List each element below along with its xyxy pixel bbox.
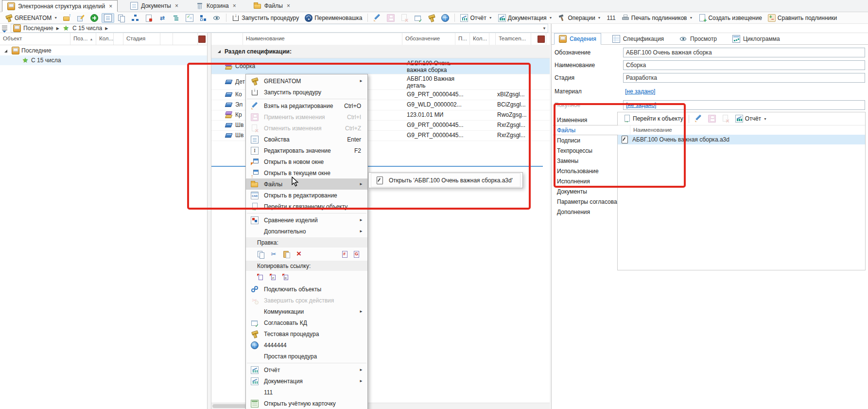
goto-object-button[interactable]: Перейти к объекту bbox=[621, 114, 686, 124]
export-document-button[interactable] bbox=[142, 13, 155, 23]
section-tab-7[interactable]: Документы bbox=[553, 186, 617, 196]
menu-item-greenatom[interactable]: GREENATOM► bbox=[246, 75, 367, 87]
menu-item-goto-linked-object[interactable]: Перейти к связанному объекту bbox=[246, 201, 367, 212]
view-button[interactable] bbox=[210, 13, 223, 23]
section-tab-9[interactable]: Дополнения bbox=[553, 207, 617, 217]
column-settings-button[interactable] bbox=[198, 36, 206, 43]
breadcrumb-dropdown-icon[interactable]: ▼ bbox=[542, 26, 546, 31]
layout-button[interactable] bbox=[197, 13, 209, 23]
add-button[interactable] bbox=[88, 13, 101, 23]
column-header[interactable] bbox=[114, 33, 123, 45]
menu-item-test-procedure[interactable]: Тестовая процедура bbox=[246, 328, 367, 339]
section-tab-1[interactable]: Файлы bbox=[553, 125, 618, 135]
spec-section-group-row[interactable]: Раздел спецификации: bbox=[211, 45, 550, 58]
report-button[interactable]: Отчёт▼ bbox=[458, 13, 494, 23]
section-tab-0[interactable]: Изменения bbox=[553, 115, 617, 125]
copy-link-r-icon[interactable] bbox=[282, 274, 290, 282]
menu-item-simple-procedure[interactable]: Простая процедура bbox=[246, 351, 367, 362]
crumb-arrow-icon[interactable]: ▶ bbox=[56, 26, 59, 31]
hamburger-icon[interactable] bbox=[1, 25, 9, 33]
tree-item[interactable]: Последние bbox=[0, 46, 207, 55]
section-tab-2[interactable]: Подписи bbox=[553, 135, 617, 145]
crumb-recent[interactable]: Последние bbox=[13, 24, 53, 32]
field-input[interactable]: АБВГ.100 Очень важная сборка bbox=[623, 48, 865, 57]
section-tab-4[interactable]: Замены bbox=[553, 156, 617, 166]
column-header[interactable] bbox=[489, 33, 496, 45]
menu-item-take-for-edit[interactable]: Взять на редактированиеCtrl+O bbox=[246, 100, 367, 111]
documentation-button[interactable]: Документация▼ bbox=[496, 13, 555, 23]
tree-list-button[interactable] bbox=[170, 13, 182, 23]
run-procedure-button[interactable]: Запустить процедуру bbox=[229, 13, 301, 23]
column-header[interactable]: Кол... bbox=[470, 33, 489, 45]
copy-icon[interactable] bbox=[257, 250, 265, 258]
cut-icon[interactable] bbox=[270, 250, 278, 258]
tab-recycle-bin[interactable]: Корзина× bbox=[191, 0, 241, 12]
checklist-button[interactable] bbox=[183, 13, 196, 23]
field-input[interactable]: [не задано] bbox=[623, 100, 865, 110]
close-icon[interactable]: × bbox=[233, 3, 236, 9]
menu-item-compare-products[interactable]: Сравнение изделий► bbox=[246, 214, 367, 226]
delete-icon[interactable] bbox=[295, 250, 303, 258]
wizard-button[interactable] bbox=[74, 13, 87, 23]
section-tab-5[interactable]: Использование bbox=[553, 166, 617, 176]
web-button[interactable] bbox=[439, 13, 451, 23]
menu-item-files[interactable]: Файлы► bbox=[246, 178, 367, 190]
menu-item-open-new-window[interactable]: Открыть в новом окне bbox=[246, 156, 367, 167]
close-icon[interactable]: × bbox=[175, 3, 178, 9]
compare-originals-button[interactable]: Сравнить подлинники bbox=[765, 13, 839, 23]
menu-item-procedure-4444444[interactable]: 4444444 bbox=[246, 339, 367, 351]
file-report-button[interactable]: Отчёт▼ bbox=[733, 114, 769, 124]
column-header[interactable] bbox=[160, 33, 173, 45]
close-icon[interactable]: × bbox=[287, 3, 290, 9]
column-settings-button[interactable] bbox=[538, 36, 545, 43]
menu-item-properties[interactable]: СвойстваEnter bbox=[246, 134, 367, 145]
hierarchy-button[interactable] bbox=[129, 13, 141, 23]
crumb-arrow-icon[interactable]: ▶ bbox=[105, 26, 108, 31]
column-header[interactable]: Teamcen... bbox=[496, 33, 531, 45]
column-header[interactable]: Стадия bbox=[123, 33, 160, 45]
test-tool-button[interactable] bbox=[425, 13, 438, 23]
breadcrumb[interactable]: Последние▶С 15 числа▶ ▼ bbox=[11, 24, 548, 33]
new-folder-button[interactable] bbox=[61, 13, 73, 23]
tab-product-structure[interactable]: Электронная структура изделий× bbox=[2, 0, 118, 12]
tab-documents[interactable]: Документы× bbox=[125, 0, 183, 12]
copy-link-p-icon[interactable] bbox=[270, 274, 278, 282]
file-row[interactable]: АБВГ.100 Очень важная сборка.a3d bbox=[618, 135, 865, 144]
expander-icon[interactable] bbox=[4, 50, 7, 53]
column-header[interactable]: Объект bbox=[0, 33, 70, 45]
menu-item-connect-objects[interactable]: Подключить объекты bbox=[246, 284, 367, 295]
create-notice-button[interactable]: Создать извещение bbox=[696, 13, 764, 23]
tab-files[interactable]: Файлы× bbox=[249, 0, 295, 12]
column-header[interactable] bbox=[173, 33, 198, 45]
menu-item-open-current-window[interactable]: Открыть в текущем окне bbox=[246, 167, 367, 178]
close-icon[interactable]: × bbox=[109, 3, 112, 9]
submenu-item-open-a3d-file[interactable]: Открыть 'АБВГ.100 Очень важная сборка.a3… bbox=[371, 173, 521, 187]
copy-g-icon[interactable] bbox=[353, 250, 361, 258]
menu-item-report[interactable]: Отчёт► bbox=[246, 364, 367, 375]
menu-item-documentation[interactable]: Документация► bbox=[246, 375, 367, 387]
collapse-triangle-icon[interactable] bbox=[218, 50, 221, 53]
menu-item-item-111[interactable]: 111 bbox=[246, 387, 367, 398]
column-header[interactable]: П... bbox=[455, 33, 470, 45]
field-input[interactable]: Сборка bbox=[623, 60, 865, 70]
operations-button[interactable]: Операции▼ bbox=[556, 13, 603, 23]
copy-link-icon[interactable] bbox=[257, 274, 265, 282]
section-tab-3[interactable]: Техпроцессы bbox=[553, 145, 617, 156]
menu-item-open-in-editor[interactable]: Открыть в редактирование bbox=[246, 190, 367, 201]
menu-item-open-account-card[interactable]: Открыть учётную карточку bbox=[246, 398, 367, 409]
table-row[interactable]: СборкаАБВГ.100 Очень важная сборка bbox=[211, 58, 550, 74]
column-header[interactable]: Обозначение bbox=[402, 33, 455, 45]
properties-button[interactable] bbox=[102, 13, 114, 23]
menu-item-edit-value[interactable]: Редактировать значениеF2 bbox=[246, 145, 367, 156]
menu-item-run-procedure[interactable]: Запустить процедуру bbox=[246, 87, 367, 98]
crumb-from-15th[interactable]: С 15 числа bbox=[62, 24, 102, 32]
paste-icon[interactable] bbox=[282, 250, 290, 258]
menu-item-additional[interactable]: Дополнительно► bbox=[246, 226, 367, 237]
column-header[interactable]: Наименование bbox=[243, 33, 402, 45]
column-header[interactable]: Поз...▲ bbox=[70, 33, 96, 45]
edit-button[interactable] bbox=[371, 13, 383, 23]
copy-document-button[interactable] bbox=[115, 13, 128, 23]
column-header[interactable]: Кол... bbox=[96, 33, 114, 45]
section-tab-6[interactable]: Исполнения bbox=[553, 176, 617, 186]
edit-file-button[interactable] bbox=[692, 114, 705, 124]
